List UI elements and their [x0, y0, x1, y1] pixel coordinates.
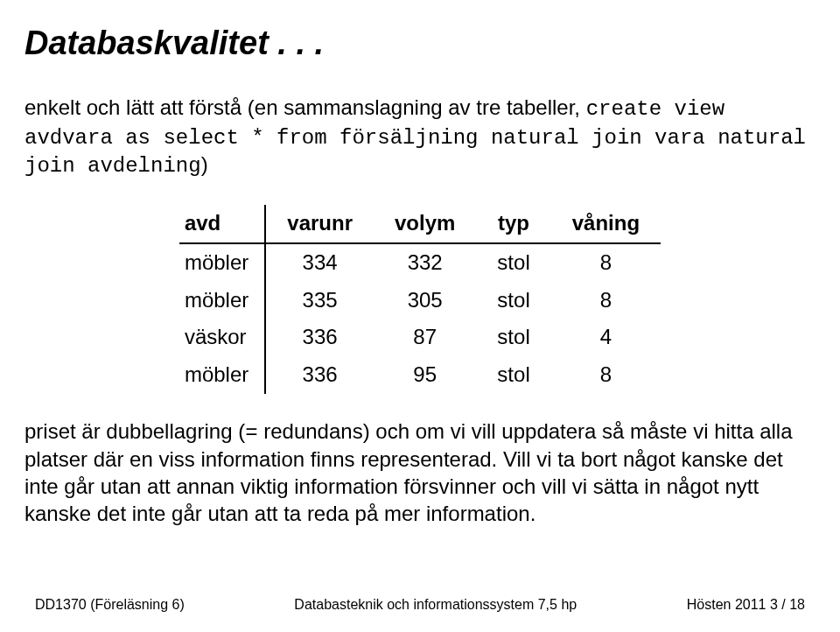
cell: 87 [374, 319, 476, 356]
cell: 8 [551, 243, 661, 282]
cell: stol [476, 282, 550, 320]
cell: 335 [265, 282, 374, 320]
col-vaning: våning [551, 205, 661, 243]
cell: 4 [551, 319, 661, 356]
intro-text-1: enkelt och lätt att förstå (en sammansla… [24, 95, 586, 119]
cell: 8 [551, 282, 661, 320]
cell: stol [476, 243, 550, 282]
cell: 332 [374, 243, 476, 282]
col-avd: avd [179, 205, 265, 243]
table-row: möbler 336 95 stol 8 [179, 356, 661, 394]
cell: 95 [374, 356, 476, 394]
col-volym: volym [374, 205, 476, 243]
cell: möbler [179, 243, 265, 282]
footer-center: Databasteknik och informationssystem 7,5… [185, 597, 687, 613]
cell: 336 [265, 319, 374, 356]
footer-left: DD1370 (Föreläsning 6) [35, 597, 185, 613]
cell: 334 [265, 243, 374, 282]
footer: DD1370 (Föreläsning 6) Databasteknik och… [0, 597, 840, 613]
slide-title: Databaskvalitet . . . [24, 25, 324, 62]
intro-paragraph: enkelt och lätt att förstå (en sammansla… [24, 95, 816, 180]
cell: väskor [179, 319, 265, 356]
cell: 8 [551, 356, 661, 394]
footer-right: Hösten 2011 3 / 18 [687, 597, 805, 613]
intro-text-2: ) [201, 152, 208, 176]
table-header-row: avd varunr volym typ våning [179, 205, 661, 243]
slide-body: enkelt och lätt att förstå (en sammansla… [24, 95, 816, 528]
para2-t1: priset är dubbellagring ( [24, 419, 245, 443]
cell: möbler [179, 356, 265, 394]
cell: möbler [179, 282, 265, 320]
table-row: väskor 336 87 stol 4 [179, 319, 661, 356]
table-row: möbler 335 305 stol 8 [179, 282, 661, 320]
cell: 305 [374, 282, 476, 320]
cell: 336 [265, 356, 374, 394]
slide: Databaskvalitet . . . enkelt och lätt at… [0, 0, 840, 632]
cell: stol [476, 356, 550, 394]
table-row: möbler 334 332 stol 8 [179, 243, 661, 282]
para2-eq: = [245, 421, 257, 445]
data-table: avd varunr volym typ våning möbler 334 3… [179, 205, 661, 394]
cell: stol [476, 319, 550, 356]
col-varunr: varunr [265, 205, 374, 243]
col-typ: typ [476, 205, 550, 243]
explanation-paragraph: priset är dubbellagring (= redundans) oc… [24, 418, 816, 528]
